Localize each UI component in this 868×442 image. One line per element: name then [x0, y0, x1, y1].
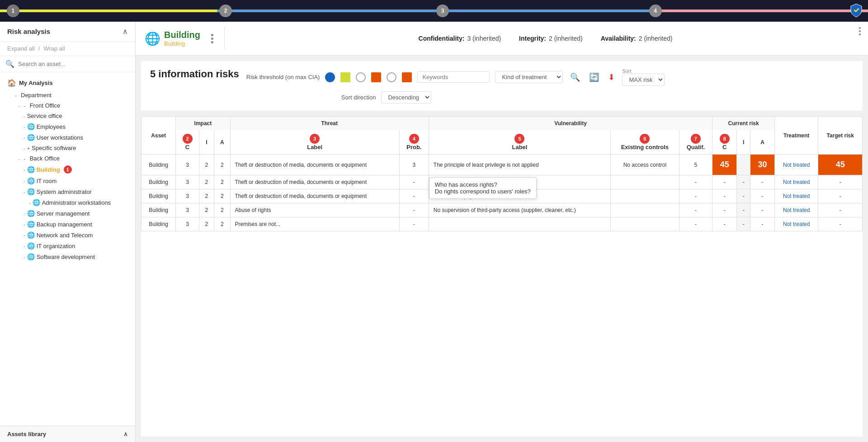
th-c: 2 C: [176, 130, 199, 155]
globe-adminworkstations: 🌐: [33, 199, 40, 206]
tree-item-department[interactable]: - Department: [0, 90, 135, 100]
th-currentrisk: Current risk: [712, 117, 775, 131]
integrity-value: 2 (inherited): [549, 35, 583, 42]
table-row: Building 3 2 2 Abuse of rights - No supe…: [142, 203, 863, 217]
progress-seg-2: [217, 9, 434, 12]
tree-item-itroom[interactable]: - 🌐 IT room: [0, 175, 135, 186]
row1-risk-a: 30: [750, 155, 775, 175]
th-impact: Impact: [176, 117, 230, 131]
th-existing-controls: 6 Existing controls: [611, 130, 679, 155]
step-2[interactable]: 2: [219, 5, 232, 17]
search-input[interactable]: [18, 61, 130, 67]
assets-library-label: Assets library: [7, 431, 46, 437]
search-icon-btn[interactable]: 🔍: [568, 71, 582, 83]
threshold-orange-square1[interactable]: [371, 72, 381, 82]
tree-item-building[interactable]: - 🌐 Building 1: [0, 164, 135, 175]
row3-treatment[interactable]: Not treated: [775, 189, 818, 203]
frontoffice-label: Front Office: [30, 102, 61, 109]
tree-item-itorg[interactable]: - 🌐 IT organization: [0, 240, 135, 251]
collapse-department[interactable]: -: [13, 93, 19, 98]
row5-c: 3: [176, 217, 199, 231]
row5-target-risk: -: [818, 217, 863, 231]
step-3[interactable]: 3: [436, 5, 449, 17]
tree-item-frontoffice[interactable]: - - Front Office: [0, 100, 135, 111]
assets-library-bar[interactable]: Assets library ∧: [0, 426, 135, 442]
tree-item-backoffice[interactable]: - - Back Office: [0, 153, 135, 164]
availability-value: 2 (inherited): [639, 35, 673, 42]
row3-qualif: -: [679, 189, 712, 203]
download-icon-btn[interactable]: ⬇: [606, 71, 617, 83]
row4-c: 3: [176, 203, 199, 217]
asset-subname: Building: [164, 40, 200, 47]
step-1[interactable]: 1: [7, 5, 19, 17]
th-threat-label: 3 Label: [230, 130, 399, 155]
sidebar-collapse-icon[interactable]: ∧: [123, 27, 128, 36]
row5-asset: Building: [142, 217, 176, 231]
th-threat: Threat: [230, 117, 429, 131]
plus-specificsoftware[interactable]: +: [27, 146, 30, 151]
threshold-blue-circle[interactable]: [325, 72, 335, 82]
shield-icon: [849, 3, 863, 19]
tree-item-softwaredev[interactable]: - 🌐 Software development: [0, 251, 135, 262]
confidentiality-item: Confidentiality: 3 (inherited): [419, 35, 501, 42]
sort-select[interactable]: MAX riskC riskI riskA risk: [622, 74, 665, 86]
collapse-frontoffice[interactable]: -: [22, 103, 28, 108]
bullet-frontoffice: -: [18, 103, 20, 108]
row1-target-risk: 45: [818, 155, 863, 175]
th-qualif: 7 Qualif.: [679, 130, 712, 155]
tree-item-backupmgmt[interactable]: - 🌐 Backup management: [0, 219, 135, 230]
my-analysis-label: My Analysis: [19, 80, 53, 86]
keywords-input[interactable]: [417, 71, 490, 83]
expand-all-link[interactable]: Expand all: [7, 45, 35, 52]
threshold-orange-square2[interactable]: [402, 72, 412, 82]
building-label: Building: [37, 166, 60, 173]
row1-treatment[interactable]: Not treated: [775, 155, 818, 175]
row5-threat-label: Premises are not...: [230, 217, 399, 231]
threshold-yellow-square[interactable]: [340, 72, 350, 82]
threshold-empty-circle2[interactable]: [387, 72, 396, 82]
tooltip-box: Who has access rights? Do rights corresp…: [429, 177, 537, 199]
row4-treatment[interactable]: Not treated: [775, 203, 818, 217]
row5-risk-a: -: [750, 217, 775, 231]
tree-item-userworkstations[interactable]: - 🌐 User workstations: [0, 132, 135, 143]
asset-dots-menu[interactable]: [208, 34, 217, 43]
assets-library-arrow[interactable]: ∧: [123, 431, 128, 437]
step-4[interactable]: 4: [649, 5, 662, 17]
tree-item-employees[interactable]: - 🌐 Employees: [0, 121, 135, 132]
sort-label-block: Sort MAX riskC riskI riskA risk: [622, 68, 665, 86]
row4-risk-i: -: [737, 203, 750, 217]
row4-prob: -: [399, 203, 429, 217]
threshold-empty-circle1[interactable]: [356, 72, 366, 82]
sort-section: Sort MAX riskC riskI riskA risk: [622, 68, 665, 86]
wrap-all-link[interactable]: Wrap all: [43, 45, 65, 52]
kind-treatment-select[interactable]: Kind of treatment: [495, 71, 563, 83]
itroom-label: IT room: [37, 178, 57, 184]
asset-kebab-menu[interactable]: [859, 27, 861, 35]
kebab-dot3: [859, 33, 861, 35]
bullet-softwaredev: -: [24, 254, 25, 259]
tree-item-specificsoftware[interactable]: - + Specific software: [0, 143, 135, 153]
th-vuln-label: 5 Label: [429, 130, 610, 155]
content-area: 🌐 Building Building Confidentiality: 3 (…: [136, 22, 868, 442]
row5-treatment[interactable]: Not treated: [775, 217, 818, 231]
row5-prob: -: [399, 217, 429, 231]
row2-treatment[interactable]: Not treated: [775, 175, 818, 189]
collapse-backoffice[interactable]: -: [22, 156, 28, 161]
direction-select[interactable]: DescendingAscending: [381, 91, 431, 103]
row3-asset: Building: [142, 189, 176, 203]
row4-risk-a: -: [750, 203, 775, 217]
globe-sysadmin: 🌐: [27, 188, 35, 195]
row2-asset: Building: [142, 175, 176, 189]
globe-building: 🌐: [27, 166, 35, 173]
tree-item-adminworkstations[interactable]: - 🌐 Administrator workstations: [0, 197, 135, 208]
row3-existing-controls: [611, 189, 679, 203]
tree-item-networktelecom[interactable]: - 🌐 Network and Telecom: [0, 230, 135, 240]
tree-item-servermgmt[interactable]: - 🌐 Server management: [0, 208, 135, 219]
search-bar: 🔍: [0, 56, 135, 72]
step-badge-4: 4: [409, 134, 419, 144]
softwaredev-label: Software development: [37, 254, 95, 260]
tree-item-sysadmin[interactable]: - 🌐 System administrator: [0, 186, 135, 197]
asset-separator: [224, 27, 225, 50]
tree-item-serviceoffice[interactable]: - Service office: [0, 111, 135, 121]
history-icon-btn[interactable]: 🔄: [587, 71, 601, 83]
